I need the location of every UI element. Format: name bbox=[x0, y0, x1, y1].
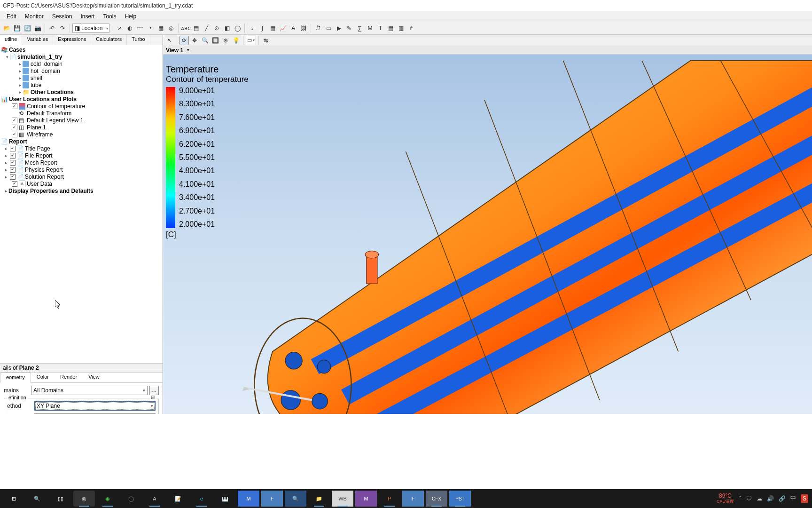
outline-tree[interactable]: 📚 Cases ▾ 📄 simulation_1_try ▸cold_domai… bbox=[0, 45, 163, 363]
zoom-in-icon[interactable]: 🔍 bbox=[200, 36, 210, 45]
func2-icon[interactable]: ▥ bbox=[396, 24, 406, 33]
expand-icon[interactable]: ▸ bbox=[4, 160, 8, 165]
point-icon[interactable]: ⊙ bbox=[212, 24, 221, 33]
func1-icon[interactable]: ▦ bbox=[386, 24, 395, 33]
app-edge[interactable]: e bbox=[191, 491, 212, 507]
app-scope[interactable]: 🔍 bbox=[285, 491, 306, 507]
variable-icon[interactable]: 𝑥 bbox=[247, 24, 257, 33]
expand-icon[interactable]: ▸ bbox=[18, 69, 23, 73]
checkbox[interactable] bbox=[12, 125, 17, 130]
cases-node[interactable]: Cases bbox=[9, 47, 25, 53]
view-name[interactable]: View 1 bbox=[166, 47, 183, 54]
tab-render[interactable]: Render bbox=[55, 373, 83, 382]
app-notepad[interactable]: 📝 bbox=[167, 491, 189, 507]
domain-node[interactable]: hot_domain bbox=[31, 68, 60, 74]
app-workbench[interactable]: WB bbox=[332, 491, 353, 507]
taskview-button[interactable]: ▯▯ bbox=[50, 491, 71, 507]
pan-icon[interactable]: ✥ bbox=[190, 36, 199, 45]
redo-icon[interactable]: ↷ bbox=[58, 24, 67, 33]
isosurface-icon[interactable]: ◎ bbox=[166, 24, 176, 33]
expand-icon[interactable]: ▸ bbox=[4, 153, 8, 158]
app-ppt[interactable]: P bbox=[379, 491, 400, 507]
tree-item[interactable]: Plane 1 bbox=[27, 124, 46, 131]
cpu-temp-widget[interactable]: 89°C CPU温度 bbox=[717, 493, 734, 504]
checkbox[interactable] bbox=[10, 153, 16, 159]
checkbox[interactable] bbox=[10, 167, 16, 173]
domain-node[interactable]: cold_domain bbox=[31, 61, 62, 67]
legend-icon[interactable]: ▤ bbox=[191, 24, 201, 33]
tree-item[interactable]: File Report bbox=[25, 152, 53, 159]
tab-expressions[interactable]: Expressions bbox=[53, 35, 91, 45]
start-button[interactable]: ⊞ bbox=[3, 491, 24, 507]
domains-more-button[interactable]: ... bbox=[149, 386, 159, 395]
app-browser[interactable]: ◉ bbox=[97, 491, 118, 507]
tab-color[interactable]: Color bbox=[31, 373, 55, 382]
app-f2[interactable]: F bbox=[402, 491, 424, 507]
tray-net-icon[interactable]: 🔗 bbox=[779, 495, 786, 502]
collapse-icon[interactable]: ▾ bbox=[5, 55, 9, 59]
timestep-icon[interactable]: ▭ bbox=[324, 24, 333, 33]
open-icon[interactable]: 📂 bbox=[2, 24, 11, 33]
vector-icon[interactable]: ↗ bbox=[115, 24, 124, 33]
expand-icon[interactable]: ▸ bbox=[18, 90, 23, 95]
tree-item[interactable]: Default Transform bbox=[27, 110, 71, 117]
fit-icon[interactable]: ⊕ bbox=[221, 36, 230, 45]
domain-node[interactable]: tube bbox=[31, 82, 41, 88]
app-camera[interactable]: ◯ bbox=[120, 491, 142, 507]
zoom-box-icon[interactable]: 🔲 bbox=[211, 36, 220, 45]
app-autocad[interactable]: A bbox=[144, 491, 165, 507]
checkbox[interactable] bbox=[10, 146, 16, 151]
tab-geometry[interactable]: eometry bbox=[0, 373, 31, 383]
menu-insert[interactable]: Insert bbox=[77, 12, 98, 21]
tab-view[interactable]: View bbox=[83, 373, 105, 382]
tray-input-icon[interactable]: S bbox=[801, 494, 808, 503]
display-props-node[interactable]: Display Properties and Defaults bbox=[8, 188, 94, 194]
app-obs[interactable]: ◎ bbox=[73, 491, 95, 507]
tray-security-icon[interactable]: 🛡 bbox=[746, 495, 752, 502]
checkbox[interactable] bbox=[12, 181, 17, 187]
tray-up-icon[interactable]: ˄ bbox=[739, 495, 742, 502]
expand-icon[interactable]: ▸ bbox=[18, 62, 23, 66]
expand-icon[interactable]: ▸ bbox=[18, 83, 23, 87]
expand-icon[interactable]: ▸ bbox=[4, 175, 8, 179]
tab-calculators[interactable]: Calculators bbox=[91, 35, 127, 45]
rotate-light-icon[interactable]: 💡 bbox=[231, 36, 241, 45]
tray-volume-icon[interactable]: 🔊 bbox=[767, 495, 774, 502]
menu-session[interactable]: Session bbox=[48, 12, 76, 21]
surface-icon[interactable]: ◯ bbox=[233, 24, 242, 33]
search-button[interactable]: 🔍 bbox=[26, 491, 48, 507]
expression-icon[interactable]: ∫ bbox=[258, 24, 267, 33]
menu-edit[interactable]: Edit bbox=[3, 12, 20, 21]
expand-icon[interactable]: ▸ bbox=[4, 189, 8, 193]
comment-icon[interactable]: A bbox=[289, 24, 298, 33]
animation-icon[interactable]: ▶ bbox=[334, 24, 344, 33]
streamline-icon[interactable]: 〰 bbox=[135, 24, 145, 33]
view-menu-icon[interactable]: ▼ bbox=[186, 48, 190, 52]
refresh-icon[interactable]: 🔄 bbox=[23, 24, 32, 33]
menu-tools[interactable]: Tools bbox=[99, 12, 120, 21]
checkbox[interactable] bbox=[12, 118, 17, 123]
export-icon[interactable]: ↱ bbox=[406, 24, 416, 33]
tab-outline[interactable]: utline bbox=[0, 35, 22, 45]
expand-icon[interactable]: ▸ bbox=[4, 146, 8, 151]
tree-item[interactable]: Contour of temperature bbox=[27, 103, 85, 110]
menu-help[interactable]: Help bbox=[121, 12, 140, 21]
checkbox[interactable] bbox=[10, 174, 16, 180]
domain-node[interactable]: shell bbox=[31, 75, 42, 81]
probe-icon[interactable]: ✎ bbox=[344, 24, 354, 33]
rotate-icon[interactable]: ⟳ bbox=[180, 36, 189, 45]
macro-icon[interactable]: M bbox=[365, 24, 375, 33]
table-icon[interactable]: ▦ bbox=[268, 24, 277, 33]
tree-item[interactable]: Mesh Report bbox=[25, 159, 57, 166]
app-m1[interactable]: M bbox=[238, 491, 259, 507]
expand-icon[interactable]: ▸ bbox=[4, 167, 8, 172]
checkbox[interactable] bbox=[12, 103, 17, 109]
volume-icon[interactable]: ▦ bbox=[156, 24, 165, 33]
tree-item[interactable]: User Data bbox=[27, 181, 52, 187]
app-m2[interactable]: M bbox=[355, 491, 377, 507]
clip-icon[interactable]: ◧ bbox=[222, 24, 232, 33]
app-cfdpost[interactable]: PST bbox=[449, 491, 471, 507]
undo-icon[interactable]: ↶ bbox=[47, 24, 57, 33]
report-node[interactable]: Report bbox=[9, 138, 27, 145]
select-icon[interactable]: ↖ bbox=[165, 36, 174, 45]
